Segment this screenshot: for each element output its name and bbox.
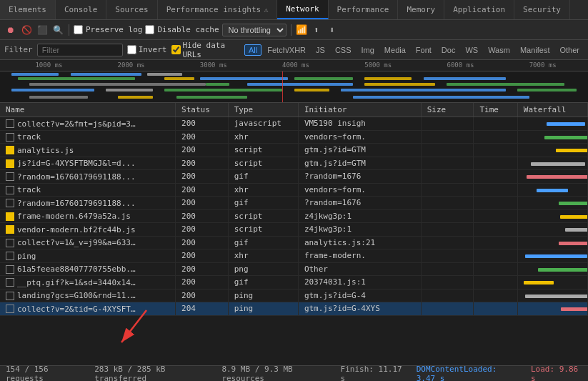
invert-checkbox[interactable]: Invert <box>127 45 167 54</box>
row-time <box>474 276 517 290</box>
row-name: track <box>17 185 41 194</box>
filter-bar: Filter Invert Hide data URLs All Fetch/X… <box>0 40 588 60</box>
table-row[interactable]: collect?v=1&_v=j99&a=6336...200gifanalyt… <box>0 236 588 249</box>
waterfall-bar <box>294 77 353 80</box>
row-initiator: gtm.js?id=GTM <box>298 157 421 170</box>
hide-data-urls-checkbox[interactable]: Hide data URLs <box>171 41 241 59</box>
header-waterfall[interactable]: Waterfall <box>517 103 587 117</box>
table-row[interactable]: track200xhrvendors~form. <box>0 130 588 144</box>
filter-css[interactable]: CSS <box>331 44 356 56</box>
row-waterfall <box>517 236 587 249</box>
filter-manifest[interactable]: Manifest <box>516 44 554 56</box>
record-button[interactable]: ⏺ <box>4 24 17 36</box>
row-size <box>421 276 474 290</box>
row-type: gif <box>228 236 298 249</box>
network-table-container[interactable]: Name Status Type Initiator Size Time Wat… <box>0 103 588 365</box>
row-initiator: gtm.js?id=GTM <box>298 144 421 157</box>
row-type: script <box>228 223 298 237</box>
timeline[interactable]: 1000 ms 2000 ms 3000 ms 4000 ms 5000 ms … <box>0 60 588 103</box>
waterfall-bar <box>556 149 588 152</box>
header-initiator[interactable]: Initiator <box>298 103 421 117</box>
filter-js[interactable]: JS <box>312 44 329 56</box>
table-row[interactable]: collect?v=2&tid=G-4XYSFT...204pinggtm.js… <box>0 302 588 316</box>
tab-network[interactable]: Network <box>277 0 328 19</box>
row-waterfall <box>517 183 587 197</box>
waterfall-bar <box>18 77 136 80</box>
file-type-icon <box>6 239 14 247</box>
table-row[interactable]: __ptq.gif?k=1&sd=3440x14...200gif2037403… <box>0 276 588 290</box>
filter-wasm[interactable]: Wasm <box>484 44 514 56</box>
file-type-icon <box>6 212 14 221</box>
file-type-icon <box>6 186 14 194</box>
tab-performance-insights[interactable]: Performance insights ⚠ <box>158 0 277 19</box>
row-size <box>421 157 474 170</box>
table-row[interactable]: landing?gcs=G100&rnd=11...200pinggtm.js?… <box>0 289 588 302</box>
waterfall-bar <box>11 89 94 91</box>
tab-memory[interactable]: Memory <box>398 0 444 19</box>
tab-application[interactable]: Application <box>444 0 514 19</box>
filter-img[interactable]: Img <box>357 44 379 56</box>
network-table: Name Status Type Initiator Size Time Wat… <box>0 103 588 316</box>
header-name[interactable]: Name <box>0 103 176 117</box>
row-status: 200 <box>176 289 229 302</box>
filter-all[interactable]: All <box>244 44 261 56</box>
timeline-bars <box>0 71 588 103</box>
row-name: __ptq.gif?k=1&sd=3440x14... <box>17 278 139 287</box>
throttle-select[interactable]: No throttling <box>222 24 286 36</box>
tab-console[interactable]: Console <box>56 0 106 19</box>
table-row[interactable]: ?random=16760179691188...200gif?random=1… <box>0 197 588 210</box>
import-icon[interactable]: ⬆ <box>310 24 323 36</box>
header-status[interactable]: Status <box>176 103 229 117</box>
filter-types: All Fetch/XHR JS CSS Img Media Font Doc … <box>244 44 584 56</box>
row-initiator: z4jkwg3p:1 <box>298 223 421 237</box>
tick-5000: 5000 ms <box>364 61 392 69</box>
filter-icon[interactable]: ⬛ <box>36 24 49 36</box>
header-size[interactable]: Size <box>421 103 474 117</box>
divider2 <box>291 24 291 36</box>
tab-sources[interactable]: Sources <box>106 0 157 19</box>
tab-elements[interactable]: Elements <box>0 0 56 19</box>
preserve-log-checkbox[interactable]: Preserve log <box>74 25 142 34</box>
tab-performance[interactable]: Performance <box>329 0 399 19</box>
row-initiator: Other <box>298 262 421 276</box>
row-status: 200 <box>176 130 229 144</box>
table-row[interactable]: frame-modern.6479a52a.js200scriptz4jkwg3… <box>0 209 588 223</box>
clear-button[interactable]: 🚫 <box>20 24 33 36</box>
row-name: analytics.js <box>17 146 74 155</box>
filter-media[interactable]: Media <box>380 44 410 56</box>
filter-input[interactable] <box>37 44 123 56</box>
filter-fetch-xhr[interactable]: Fetch/XHR <box>263 44 310 56</box>
waterfall-bar <box>525 295 588 298</box>
row-type: script <box>228 209 298 223</box>
search-icon[interactable]: 🔍 <box>51 24 64 36</box>
export-icon[interactable]: ⬇ <box>326 24 339 36</box>
header-type[interactable]: Type <box>228 103 298 117</box>
filter-font[interactable]: Font <box>412 44 436 56</box>
row-waterfall <box>517 209 587 223</box>
table-row[interactable]: track200xhrvendors~form. <box>0 183 588 197</box>
filter-ws[interactable]: WS <box>461 44 482 56</box>
row-waterfall <box>517 144 587 157</box>
filter-doc[interactable]: Doc <box>437 44 460 56</box>
table-row[interactable]: 61a5feeae88407770755ebb...200pngOther <box>0 262 588 276</box>
header-time[interactable]: Time <box>474 103 517 117</box>
row-time <box>474 289 517 302</box>
row-status: 200 <box>176 249 229 263</box>
waterfall-bar <box>565 228 588 232</box>
filter-label: Filter <box>4 45 33 54</box>
table-row[interactable]: ping200xhrframe-modern. <box>0 249 588 263</box>
table-row[interactable]: collect?v=2&fmt=js&pid=39...200javascrip… <box>0 117 588 131</box>
disable-cache-checkbox[interactable]: Disable cache <box>145 25 219 34</box>
table-row[interactable]: js?id=G-4XYSFTBMGJ&l=d...200scriptgtm.js… <box>0 157 588 170</box>
filter-other[interactable]: Other <box>555 44 584 56</box>
row-status: 200 <box>176 117 229 131</box>
table-row[interactable]: analytics.js200scriptgtm.js?id=GTM <box>0 144 588 157</box>
tab-security[interactable]: Security <box>514 0 570 19</box>
row-name: collect?v=1&_v=j99&a=6336... <box>17 238 139 247</box>
row-initiator: ?random=1676 <box>298 170 421 184</box>
row-initiator: vendors~form. <box>298 183 421 197</box>
table-row[interactable]: ?random=16760179691188...200gif?random=1… <box>0 170 588 184</box>
table-row[interactable]: vendor-modern.bf2fc44b.js200scriptz4jkwg… <box>0 223 588 237</box>
file-type-icon <box>6 172 14 181</box>
row-status: 200 <box>176 144 229 157</box>
